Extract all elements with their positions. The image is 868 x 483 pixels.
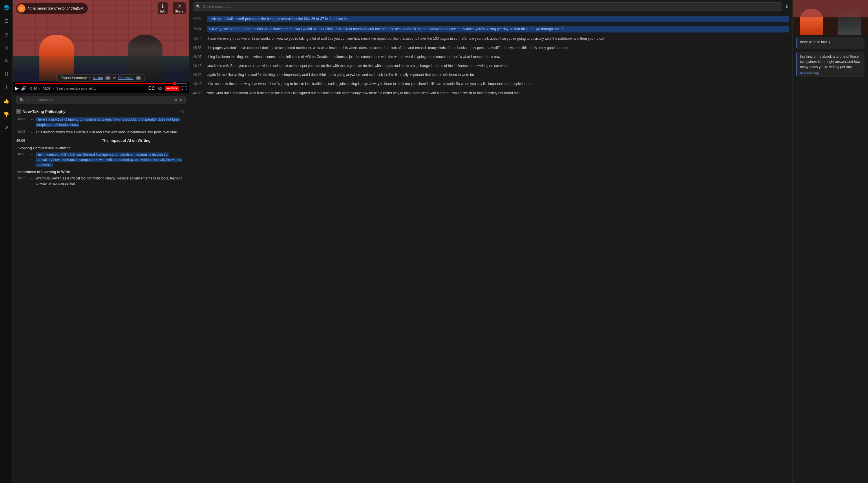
video-scene: S I interviewed the Creator of ChatGPT ℹ… <box>13 0 189 93</box>
layout-wrapper: S I interviewed the Creator of ChatGPT ℹ… <box>13 0 868 483</box>
readwise-kbd: ⌘ <box>136 76 141 80</box>
time-current: 45:24 <box>29 87 37 90</box>
transcript-time[interactable]: 46:07 <box>193 54 204 59</box>
transcript-time[interactable]: 46:30 <box>193 72 204 77</box>
section-title-ai-full: The Impact of AI on Writing <box>102 138 186 143</box>
export-bar: Export Summary to Notion ⌘ or Readwise ⌘ <box>57 74 145 82</box>
video-controls: ▶ 🔊 45:24 / 48:39 • Sam's obsessive note… <box>13 82 189 93</box>
summary-section-writing: Importance of Learning to Write 46:29 • … <box>16 170 186 186</box>
transcript-time[interactable]: 46:40 <box>193 81 204 86</box>
transcript-text: the pages you don't have complet I don't… <box>207 45 789 51</box>
summary-search-bar[interactable]: 🔍 ⊞ ⬇ <box>16 96 186 104</box>
video-player: S I interviewed the Creator of ChatGPT ℹ… <box>13 0 189 93</box>
settings-button[interactable]: ⚙ <box>158 86 162 91</box>
transcript-time[interactable]: 45:32 <box>193 26 204 30</box>
transcript-time[interactable]: 45:44 <box>193 36 204 40</box>
copy-section-note[interactable]: ⧉ <box>180 109 186 114</box>
bookmark-icon[interactable]: ◇ <box>2 44 10 52</box>
captions-button[interactable]: CC <box>148 86 155 91</box>
controls-right: CC ⚙ YouTube ⛶ <box>148 86 187 91</box>
controls-row: ▶ 🔊 45:24 / 48:39 • Sam's obsessive note… <box>15 86 187 91</box>
transcript-search-input[interactable] <box>203 5 779 9</box>
transcript-text: you know with Sora you can create videos… <box>207 63 789 69</box>
transcript-entry: 46:30 again for me like writing is a too… <box>193 72 789 78</box>
section-title-ai: 46:06 <box>16 139 100 143</box>
video-title-bar: S I interviewed the Creator of ChatGPT <box>16 3 88 13</box>
section-header-ai: 46:06 The Impact of AI on Writing <box>16 137 186 144</box>
transcript-time[interactable]: 45:20 <box>193 16 204 20</box>
annotation-thumbnail <box>793 0 868 35</box>
video-top-buttons: ℹ Info ↗ Share <box>158 2 186 14</box>
annotations-panel: more pens to buy :) this kind of noteboo… <box>793 0 868 483</box>
info-button[interactable]: ℹ Info <box>158 2 168 14</box>
annotation-note-1: more pens to buy :) <box>796 37 865 49</box>
transcript-entry: 46:18 you know with Sora you can create … <box>193 63 789 69</box>
transcript-entry: 46:40 this reason in the same way that e… <box>193 81 789 87</box>
progress-bar[interactable] <box>15 83 187 84</box>
link-icon[interactable]: ⛓ <box>2 70 10 78</box>
bullet-item: 46:29 • Writing is viewed as a critical … <box>16 176 186 186</box>
filter-icon[interactable]: ⊞ <box>174 98 177 102</box>
transcript-search-bar[interactable]: 🔍 <box>193 2 782 11</box>
volume-button[interactable]: 🔊 <box>21 86 27 91</box>
list-icon[interactable]: ☰ <box>2 17 10 25</box>
transcript-entry: 45:20 think the uniball micro5 pen um is… <box>193 16 789 22</box>
transcript-time[interactable]: 45:55 <box>193 45 204 50</box>
left-panel: S I interviewed the Creator of ChatGPT ℹ… <box>13 0 189 483</box>
annotation-tag-icon <box>800 72 803 75</box>
summary-section-competence: Evolving Competence in Writing 46:06 • T… <box>16 146 186 168</box>
transcript-time[interactable]: 46:50 <box>193 90 204 95</box>
bullet-item: 45:44 • There's a practice of ripping ou… <box>16 117 186 127</box>
transcript-entry: 45:32 is a very nice pen for other reaso… <box>193 26 789 32</box>
info-label: Info <box>160 9 165 13</box>
annotations-content: more pens to buy :) this kind of noteboo… <box>793 35 868 483</box>
bullet-time: 45:44 <box>18 117 28 127</box>
bullet-item: 46:06 • This method stems from extensive… <box>16 130 186 135</box>
bullet-time: 46:29 <box>18 176 28 186</box>
thumbsdown-icon[interactable]: 👎 <box>2 110 10 118</box>
share-icon[interactable]: ⤴ <box>2 84 10 92</box>
controls-left: ▶ 🔊 45:24 / 48:39 • Sam's obsessive note… <box>15 86 146 91</box>
transcript-download-button[interactable]: ⬇ <box>784 3 789 10</box>
refresh-icon[interactable]: ↺ <box>2 123 10 132</box>
transcript-entry: 45:55 the pages you don't have complet I… <box>193 45 789 51</box>
bullet-content: This method stems from extensive trial a… <box>36 130 178 135</box>
bullet-item: 46:06 • The influence of AGI (Artificial… <box>16 152 186 168</box>
share-label: Share <box>175 9 183 13</box>
bullet-separator: • <box>53 86 54 90</box>
export-readwise-link[interactable]: Readwise <box>118 76 133 80</box>
thumbsup-icon[interactable]: 👍 <box>2 97 10 105</box>
bullet-time: 46:06 <box>18 130 28 135</box>
subsection-writing: Importance of Learning to Write <box>16 170 186 174</box>
summary-toolbar: ⊞ ⬇ <box>174 98 183 102</box>
search-icon-transcript: 🔍 <box>196 4 201 9</box>
share-button[interactable]: ↗ Share <box>173 2 186 14</box>
transcript-time[interactable]: 46:18 <box>193 63 204 68</box>
play-button[interactable]: ▶ <box>15 86 19 91</box>
video-description: Sam's obsessive note-taki... <box>57 87 96 90</box>
transcript-content: 45:20 think the uniball micro5 pen um is… <box>189 13 793 483</box>
bullet-content: The influence of AGI (Artificial General… <box>36 152 186 168</box>
youtube-logo: YouTube <box>165 86 179 91</box>
channel-avatar: S <box>18 4 26 12</box>
video-overlay-top: S I interviewed the Creator of ChatGPT ℹ… <box>13 2 189 14</box>
copy-icon[interactable]: ⧉ <box>2 57 10 65</box>
section-header-note-taking: ⊞ Note-Taking Philosophy ⧉ <box>16 108 186 115</box>
info-icon: ℹ <box>162 3 164 9</box>
transcript-text: think the uniball micro5 pen um is the b… <box>207 16 789 22</box>
bullet-time: 46:06 <box>18 152 28 168</box>
export-notion-link[interactable]: Notion <box>93 76 103 80</box>
transcript-text: write what does that mean what it means … <box>207 90 789 96</box>
clock-icon[interactable]: ◷ <box>2 30 10 38</box>
annotation-tag-label: interesting... <box>804 71 822 75</box>
export-or: or <box>113 76 116 80</box>
bullet-content: Writing is viewed as a critical tool for… <box>36 176 186 186</box>
fullscreen-button[interactable]: ⛶ <box>182 86 187 91</box>
summary-search-input[interactable] <box>26 98 172 102</box>
globe-icon[interactable]: 🌐 <box>2 3 10 11</box>
download-icon[interactable]: ⬇ <box>179 98 183 102</box>
transcript-header: 🔍 ⬇ <box>189 0 793 13</box>
progress-dot <box>173 82 176 85</box>
notion-kbd: ⌘ <box>105 76 111 80</box>
section-title-note: Note-Taking Philosophy <box>23 109 178 114</box>
